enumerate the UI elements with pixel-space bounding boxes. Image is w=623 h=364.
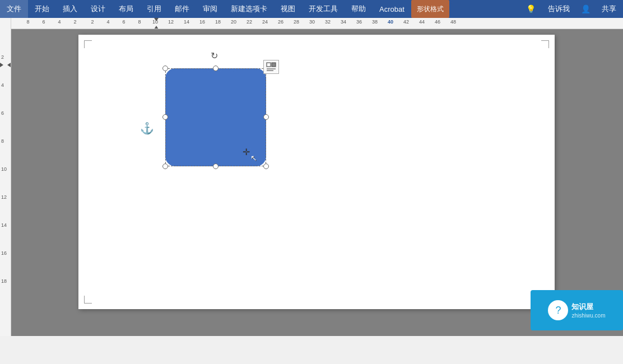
handle-top-center[interactable] xyxy=(213,66,218,71)
ruler-num-20: 20 xyxy=(231,19,236,25)
menu-bar: 文件 开始 插入 设计 布局 引用 邮件 审阅 新建选项卡 视图 开发工具 帮助… xyxy=(0,0,623,18)
person-icon: 👤 xyxy=(579,4,593,13)
ruler-num-2l: 2 xyxy=(73,19,76,25)
menu-reference[interactable]: 引用 xyxy=(140,0,168,18)
ruler-num-46: 46 xyxy=(435,19,440,25)
ruler-num-44: 44 xyxy=(419,19,425,25)
ruler-num-14: 14 xyxy=(184,19,189,25)
ruler-marker-top xyxy=(154,18,159,21)
ruler-num-6l: 6 xyxy=(42,19,45,25)
ruler-num-42: 42 xyxy=(403,19,409,25)
ruler-num-36: 36 xyxy=(356,19,362,25)
ruler-num-40: 40 xyxy=(388,19,393,25)
watermark-brand: 知识屋 xyxy=(571,302,605,312)
ruler-horizontal-container: 8 6 4 2 2 4 6 8 10 12 14 16 18 20 22 24 … xyxy=(0,18,623,29)
corner-marker-top-right xyxy=(541,40,549,48)
ruler-num-8l: 8 xyxy=(26,19,29,25)
ruler-num-4r: 4 xyxy=(106,19,109,25)
corner-marker-bottom-left xyxy=(84,296,92,304)
v-ruler-marker-right xyxy=(7,63,11,67)
ruler-num-8r: 8 xyxy=(138,19,141,25)
menu-new-tab[interactable]: 新建选项卡 xyxy=(224,0,274,18)
share-button[interactable]: 共享 xyxy=(595,4,623,14)
ruler-num-4l: 4 xyxy=(58,19,61,25)
ruler-num-18: 18 xyxy=(215,19,221,25)
ruler-num-38: 38 xyxy=(372,19,378,25)
v-ruler-marker-left xyxy=(0,63,3,67)
ruler-num-24: 24 xyxy=(262,19,268,25)
layout-options-icon xyxy=(266,62,276,72)
ruler-marker-bottom xyxy=(154,26,159,29)
ruler-num-30: 30 xyxy=(309,19,315,25)
handle-bottom-left[interactable] xyxy=(162,164,168,169)
ruler-num-28: 28 xyxy=(294,19,299,25)
ruler-num-2r: 2 xyxy=(91,19,94,25)
menu-view[interactable]: 视图 xyxy=(274,0,302,18)
menu-layout[interactable]: 布局 xyxy=(112,0,140,18)
ruler-num-6r: 6 xyxy=(122,19,125,25)
document-page[interactable]: ↻ ✛ ↖ ⚓ xyxy=(78,35,555,309)
ruler-vertical: 2 4 6 8 10 12 14 16 18 xyxy=(0,29,11,336)
handle-mid-left[interactable] xyxy=(162,114,168,120)
ruler-num-32: 32 xyxy=(325,19,331,25)
corner-marker-top-left xyxy=(84,40,92,48)
menu-shape-format[interactable]: 形状格式 xyxy=(411,0,449,18)
svg-rect-1 xyxy=(272,63,276,67)
ruler-num-26: 26 xyxy=(278,19,283,25)
handle-mid-right[interactable] xyxy=(263,114,269,120)
menu-file[interactable]: 文件 xyxy=(0,0,28,18)
main-content-area: 2 4 6 8 10 12 14 16 18 ↻ xyxy=(0,29,623,336)
watermark-url: zhishiwu.com xyxy=(571,312,605,319)
menu-start[interactable]: 开始 xyxy=(28,0,56,18)
ruler-num-12: 12 xyxy=(168,19,174,25)
handle-bottom-center[interactable] xyxy=(213,164,218,169)
ruler-corner xyxy=(0,18,11,29)
canvas-area[interactable]: ↻ ✛ ↖ ⚓ xyxy=(11,29,623,336)
ruler-num-34: 34 xyxy=(341,19,346,25)
menu-acrobat[interactable]: Acrobat xyxy=(373,0,411,18)
watermark-badge: ? 知识屋 zhishiwu.com xyxy=(531,290,623,330)
menu-insert[interactable]: 插入 xyxy=(56,0,84,18)
menu-dev-tools[interactable]: 开发工具 xyxy=(302,0,345,18)
ruler-num-16: 16 xyxy=(199,19,205,25)
lightbulb-icon[interactable]: 💡 xyxy=(523,4,539,13)
menu-help[interactable]: 帮助 xyxy=(345,0,373,18)
blue-rounded-rectangle[interactable] xyxy=(165,68,266,166)
menu-mail[interactable]: 邮件 xyxy=(168,0,196,18)
menu-review[interactable]: 审阅 xyxy=(196,0,224,18)
layout-options-button[interactable] xyxy=(263,60,279,74)
tell-me[interactable]: 告诉我 xyxy=(541,4,576,14)
ruler-num-48: 48 xyxy=(450,19,456,25)
ruler-num-22: 22 xyxy=(247,19,252,25)
handle-bottom-right[interactable] xyxy=(263,164,269,169)
watermark-icon: ? xyxy=(548,300,568,320)
handle-top-left[interactable] xyxy=(162,66,168,71)
menu-design[interactable]: 设计 xyxy=(84,0,112,18)
svg-rect-0 xyxy=(267,63,271,67)
anchor-icon: ⚓ xyxy=(140,122,154,135)
rotate-handle-icon[interactable]: ↻ xyxy=(211,50,218,58)
shape-container[interactable]: ↻ ✛ ↖ xyxy=(160,63,272,166)
ruler-horizontal: 8 6 4 2 2 4 6 8 10 12 14 16 18 20 22 24 … xyxy=(11,18,623,29)
